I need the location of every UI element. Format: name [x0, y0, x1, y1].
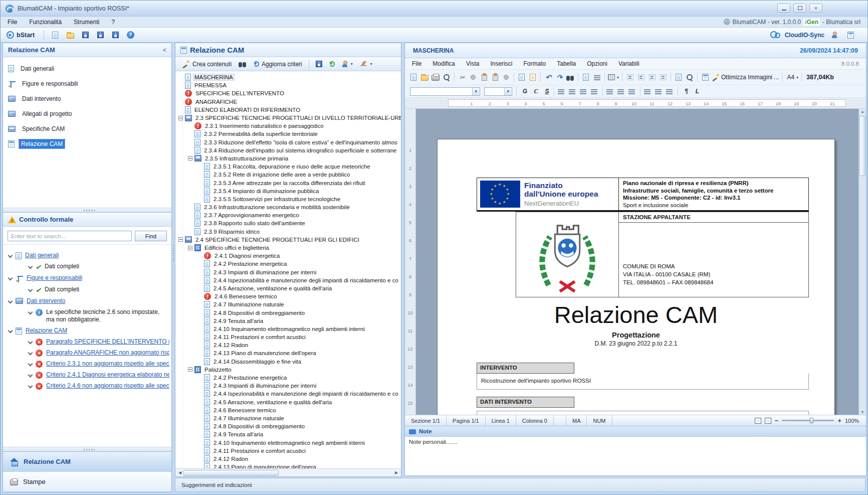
chevron-down-icon[interactable] [28, 287, 33, 292]
tree-row[interactable]: SPECIFICHE DELL'INTERVENTO [178, 89, 401, 97]
tree-row[interactable]: 2.3.5.2 Rete di irrigazione delle aree a… [178, 171, 401, 179]
open-icon[interactable] [419, 72, 430, 83]
editor-menu-item[interactable]: Opzioni [587, 60, 607, 67]
chevron-down-icon[interactable] [8, 276, 13, 281]
controllo-row-text[interactable]: Dati generali [25, 252, 59, 259]
document-map-icon[interactable] [700, 72, 711, 83]
font-size-combo[interactable] [483, 86, 514, 97]
tree-row[interactable]: 2.4.10 Inquinamento elettromagnetico neg… [178, 325, 401, 333]
bullet-list-icon[interactable] [605, 86, 616, 97]
menu-item[interactable]: Funzionalità [29, 19, 62, 26]
controllo-row[interactable]: Dati generali [8, 252, 169, 259]
tree-row[interactable]: 2.4.9 Tenuta all'aria [178, 317, 401, 325]
controllo-row[interactable]: Criterio 2.4.1 Diagnosi energetica elabo… [8, 371, 169, 379]
close-button[interactable]: × [809, 4, 822, 13]
new-document-icon[interactable] [408, 72, 419, 83]
chevron-down-icon[interactable] [28, 264, 33, 269]
controllo-row-text[interactable]: Figure e responsabili [27, 274, 82, 282]
sidebar-item[interactable]: Specifiche CAM [8, 121, 171, 136]
editor-menu-item[interactable]: Vista [466, 60, 479, 67]
tree-row[interactable]: ANAGRAFICHE [178, 98, 401, 106]
separator[interactable] [671, 73, 671, 82]
scrollbar-thumb[interactable] [183, 470, 279, 476]
controllo-row-text[interactable]: Criterio 2.4.6 non aggiornato rispetto a… [46, 382, 169, 390]
separator[interactable] [514, 73, 514, 82]
tree-row[interactable]: 2.4.7 Illuminazione naturale [178, 300, 401, 308]
font-family-combo[interactable] [408, 86, 483, 97]
controllo-row[interactable]: Paragrafo SPECIFICHE DELL'INTERVENTO non… [8, 338, 169, 346]
tools-menu-button[interactable]: ▾ [357, 60, 375, 68]
cut-icon[interactable] [457, 72, 468, 83]
tree-row[interactable]: 2.3.5.3 Aree attrezzate per la raccolta … [178, 179, 401, 187]
frame-left-icon[interactable] [624, 72, 635, 83]
controllo-row[interactable]: Criterio 2.4.6 non aggiornato rispetto a… [8, 382, 169, 390]
collapse-sidebar-button[interactable]: < [163, 47, 166, 54]
controllo-row[interactable]: Dati completi [8, 263, 169, 271]
separator[interactable] [578, 73, 578, 82]
tree-row[interactable]: 2.4.2 Prestazione energetica [178, 260, 401, 268]
separator[interactable] [640, 87, 640, 96]
separator[interactable] [678, 87, 678, 96]
print-preview-icon[interactable] [441, 72, 452, 83]
controllo-row-text[interactable]: Paragrafo SPECIFICHE DELL'INTERVENTO non… [46, 338, 169, 346]
separator[interactable] [540, 73, 541, 82]
editor-menu-item[interactable]: Modifica [432, 60, 455, 67]
line-spacing-2-icon[interactable] [665, 86, 676, 97]
controllo-row[interactable]: Criterio 2.3.1 non aggiornato rispetto a… [8, 360, 169, 368]
tree-row[interactable]: 2.4.4 Ispezionabilità e manutenzione deg… [178, 276, 401, 284]
note-panel-header[interactable]: Note [405, 426, 866, 436]
separator[interactable] [554, 87, 554, 96]
bottom-nav-item[interactable]: Relazione CAM [3, 452, 171, 472]
sync-contacts-icon[interactable] [828, 30, 840, 41]
align-justify-icon[interactable] [589, 86, 600, 97]
expand-collapse-icon[interactable] [188, 156, 192, 160]
tree-row[interactable]: 2.3.2 Permeabilità della superficie terr… [178, 130, 401, 138]
tree-row[interactable]: 2.4.12 Radon [178, 341, 401, 349]
clear-icon[interactable] [501, 72, 512, 83]
tree-row[interactable]: 2.3.5.5 Sottoservizi per infrastrutture … [178, 195, 401, 203]
tree-row[interactable]: 2.4.11 Prestazioni e comfort acustici [178, 333, 401, 341]
expand-collapse-icon[interactable] [178, 237, 183, 242]
expand-collapse-icon[interactable] [178, 116, 183, 120]
tree-row[interactable]: 2.3.4 Riduzione dell'impatto sul sistema… [178, 146, 401, 154]
align-left-icon[interactable] [556, 86, 567, 97]
scroll-right-icon[interactable]: ▶ [393, 470, 400, 476]
menu-item[interactable]: ? [111, 19, 115, 26]
sidebar-item[interactable]: Dati intervento [8, 91, 171, 106]
zoom-slider[interactable] [782, 420, 834, 421]
panel-splitter[interactable] [3, 447, 171, 451]
controllo-row[interactable]: Relazione CAM [8, 327, 169, 335]
tree-row[interactable]: 2.4.7 Illuminazione naturale [178, 414, 401, 422]
reload-content-button[interactable] [327, 60, 337, 68]
tree-row[interactable]: 2.3.5 Infrastrutturazione primaria [178, 154, 401, 162]
frame-bottom-icon[interactable] [658, 72, 669, 83]
bstart-button[interactable]: ▶ bStart [5, 30, 39, 40]
align-right-icon[interactable] [578, 86, 589, 97]
page-setup-icon[interactable] [673, 72, 684, 83]
chevron-down-icon[interactable] [28, 362, 33, 367]
tree-row[interactable]: Palazzetto [178, 366, 401, 374]
controllo-row-text[interactable]: Paragrafo ANAGRAFICHE non aggiornato ris… [46, 349, 169, 357]
insert-field-icon[interactable] [591, 72, 602, 83]
controllo-row-text[interactable]: Dati intervento [27, 297, 65, 305]
controllo-row[interactable]: Le specifiche tecniche 2.6 sono impostat… [8, 308, 169, 323]
find-icon[interactable] [565, 72, 576, 83]
tree-row[interactable]: 2.4.13 Piano di manutenzione dell'opera [178, 349, 401, 357]
tree-row[interactable]: ELENCO ELABORATI DI RIFERIMENTO [178, 106, 401, 114]
tree-row[interactable]: 2.3.9 Risparmio idrico [178, 228, 401, 236]
tree-row[interactable]: 2.4.6 Benessere termico [178, 406, 401, 414]
save-content-button[interactable] [313, 60, 325, 68]
tree-row[interactable]: 2.4.6 Benessere termico [178, 292, 401, 300]
tree-row[interactable]: 2.3.5.1 Raccolta, depurazione e riuso de… [178, 162, 401, 171]
scrollbar-thumb[interactable] [859, 116, 865, 176]
tree-row[interactable]: 2.4.8 Dispositivi di ombreggiamento [178, 308, 401, 316]
help-icon[interactable] [124, 30, 136, 41]
tree-row[interactable]: 2.4.3 Impianti di illuminazione per inte… [178, 268, 401, 276]
fit-width-icon[interactable] [755, 418, 761, 424]
separator[interactable] [697, 73, 698, 82]
chevron-down-icon[interactable] [8, 299, 13, 304]
menu-item[interactable]: Strumenti [74, 19, 99, 26]
note-textarea[interactable]: Note personali....... [405, 436, 866, 475]
bottom-nav-item[interactable]: Stampe [3, 472, 171, 492]
insert-table-icon[interactable] [607, 72, 620, 83]
